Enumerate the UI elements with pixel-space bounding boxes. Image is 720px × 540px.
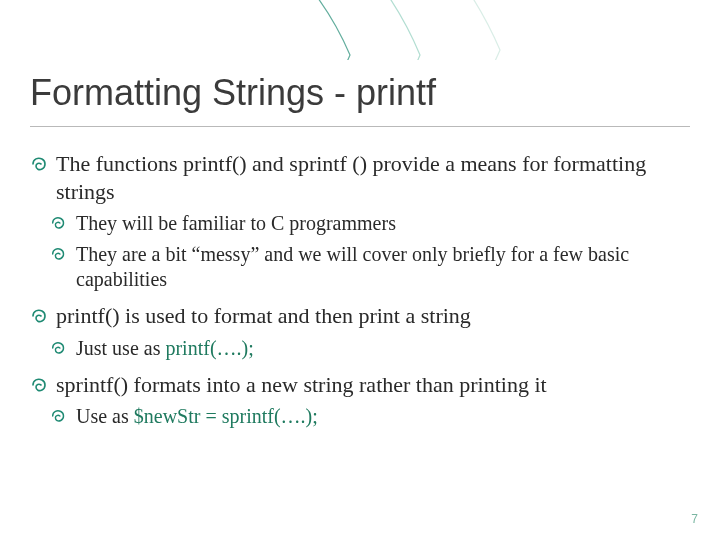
swirl-bullet-icon (50, 244, 68, 262)
bullet-text-pre: Just use as (76, 337, 165, 359)
slide-title: Formatting Strings - printf (30, 72, 690, 114)
bullet-text: sprintf() formats into a new string rath… (56, 372, 547, 397)
decor-arcs (0, 0, 720, 60)
title-underline (30, 126, 690, 127)
bullet-lvl1: printf() is used to format and then prin… (30, 302, 680, 330)
bullet-text: They are a bit “messy” and we will cover… (76, 243, 629, 290)
bullet-lvl2: They will be familiar to C programmers (50, 211, 680, 236)
code-text: printf(….); (165, 337, 253, 359)
swirl-bullet-icon (50, 338, 68, 356)
slide-body: The functions printf() and sprintf () pr… (30, 150, 680, 435)
bullet-text: They will be familiar to C programmers (76, 212, 396, 234)
bullet-text: printf() is used to format and then prin… (56, 303, 471, 328)
bullet-lvl2: Just use as printf(….); (50, 336, 680, 361)
bullet-lvl1: sprintf() formats into a new string rath… (30, 371, 680, 399)
bullet-text-pre: Use as (76, 405, 134, 427)
bullet-lvl1: The functions printf() and sprintf () pr… (30, 150, 680, 205)
swirl-bullet-icon (50, 406, 68, 424)
swirl-bullet-icon (50, 213, 68, 231)
swirl-bullet-icon (30, 305, 50, 325)
bullet-lvl2: Use as $newStr = sprintf(….); (50, 404, 680, 429)
page-number: 7 (691, 512, 698, 526)
bullet-lvl2: They are a bit “messy” and we will cover… (50, 242, 680, 292)
code-text: $newStr = sprintf(….); (134, 405, 318, 427)
swirl-bullet-icon (30, 374, 50, 394)
swirl-bullet-icon (30, 153, 50, 173)
slide: Formatting Strings - printf The function… (0, 0, 720, 540)
bullet-text: The functions printf() and sprintf () pr… (56, 151, 646, 204)
